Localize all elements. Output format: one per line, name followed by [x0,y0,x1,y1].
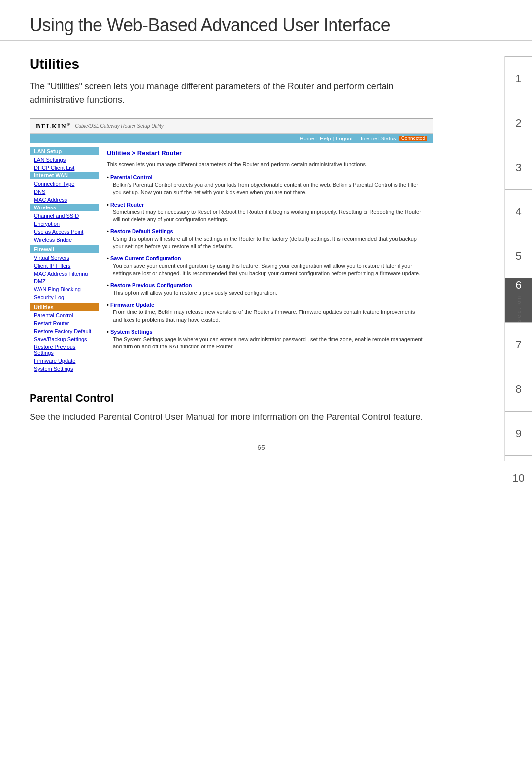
sidebar-item-access-point[interactable]: Use as Access Point [30,228,99,236]
feature-restore-defaults: Restore Default Settings Using this opti… [107,228,425,250]
sidebar-section-lan: LAN Setup [30,147,99,155]
section-num-3: 3 [505,145,532,189]
section-num-2: 2 [505,101,532,145]
sidebar-item-channel-ssid[interactable]: Channel and SSID [30,212,99,220]
sidebar-item-system-settings[interactable]: System Settings [30,365,99,373]
parental-control-text: See the included Parental Control User M… [30,411,433,424]
nav-home[interactable]: Home [300,136,314,141]
router-page-title: Utilities > Restart Router [107,149,425,157]
feature-restore-previous-desc: This option will allow you to restore a … [113,289,425,297]
internet-status-label: Internet Status: [361,136,398,141]
router-ui-screenshot: BELKIN® Cable/DSL Gateway Router Setup U… [30,118,433,377]
section-label: section [516,295,522,322]
sidebar-item-mac-address[interactable]: MAC Address [30,196,99,204]
sidebar-item-dhcp[interactable]: DHCP Client List [30,164,99,172]
feature-system-settings-desc: The System Settings page is where you ca… [113,336,425,351]
feature-save-config-title: Save Current Configuration [107,255,425,261]
sidebar-item-parental-control[interactable]: Parental Control [30,311,99,319]
sidebar-item-lan-settings[interactable]: LAN Settings [30,156,99,164]
sidebar-item-security-log[interactable]: Security Log [30,293,99,301]
internet-status-value: Connected [399,136,427,141]
feature-system-settings: System Settings The System Settings page… [107,329,425,351]
feature-restore-previous: Restore Previous Configuration This opti… [107,282,425,297]
page-title: Using the Web-Based Advanced User Interf… [30,15,502,35]
feature-save-config: Save Current Configuration You can save … [107,255,425,277]
sidebar-item-mac-filtering[interactable]: MAC Address Filtering [30,270,99,277]
section-num-4: 4 [505,189,532,234]
sidebar-item-restore-previous[interactable]: Restore Previous Settings [30,343,99,357]
router-nav-bar: Home | Help | Logout Internet Status: Co… [30,134,433,143]
sidebar-section-firewall: Firewall [30,245,99,253]
sidebar-item-encryption[interactable]: Encryption [30,220,99,228]
section-num-10: 10 [505,455,532,500]
sidebar-section-wan: Internet WAN [30,172,99,179]
router-header-bar: BELKIN® Cable/DSL Gateway Router Setup U… [30,119,433,134]
section-sidebar: 1 2 3 4 5 6 section 7 8 9 10 [504,56,532,461]
section-num-1: 1 [505,56,532,101]
sidebar-item-client-ip[interactable]: Client IP Filters [30,262,99,270]
section-num-8: 8 [505,367,532,411]
belkin-logo: BELKIN® [36,122,71,130]
feature-firmware-update-desc: From time to time, Belkin may release ne… [113,309,425,324]
nav-help[interactable]: Help [320,136,331,141]
utilities-title: Utilities [30,56,493,72]
sidebar-item-save-backup[interactable]: Save/Backup Settings [30,335,99,343]
feature-reset-router: Reset Router Sometimes it may be necessa… [107,202,425,224]
sidebar-item-virtual-servers[interactable]: Virtual Servers [30,254,99,262]
sidebar-item-connection-type[interactable]: Connection Type [30,180,99,188]
feature-restore-defaults-desc: Using this option will restore all of th… [113,235,425,250]
feature-restore-previous-title: Restore Previous Configuration [107,282,425,288]
sidebar-section-wireless: Wireless [30,204,99,211]
utilities-intro: The "Utilities" screen lets you manage d… [30,80,433,106]
router-body: LAN Setup LAN Settings DHCP Client List … [30,143,433,377]
sidebar-item-wireless-bridge[interactable]: Wireless Bridge [30,236,99,243]
feature-reset-router-desc: Sometimes it may be necessary to Reset o… [113,208,425,224]
sidebar-item-dmz[interactable]: DMZ [30,277,99,285]
sidebar-item-restart-router[interactable]: Restart Router [30,319,99,327]
section-num-6: 6 section [505,278,532,322]
page-header: Using the Web-Based Advanced User Interf… [0,0,532,41]
page-number: 65 [30,444,493,461]
sidebar-item-dns[interactable]: DNS [30,188,99,196]
feature-firmware-update: Firmware Update From time to time, Belki… [107,302,425,324]
feature-reset-router-title: Reset Router [107,202,425,207]
router-tagline: Cable/DSL Gateway Router Setup Utility [75,123,163,129]
feature-restore-defaults-title: Restore Default Settings [107,228,425,234]
section-num-5: 5 [505,234,532,278]
feature-parental-control-desc: Belkin's Parental Control protects you a… [113,181,425,197]
feature-save-config-desc: You can save your current configuration … [113,262,425,277]
feature-system-settings-title: System Settings [107,329,425,335]
parental-control-title: Parental Control [30,392,493,405]
router-main-panel: Utilities > Restart Router This screen l… [99,143,433,377]
feature-parental-control: Parental Control Belkin's Parental Contr… [107,174,425,197]
section-num-9: 9 [505,411,532,455]
feature-firmware-update-title: Firmware Update [107,302,425,308]
sidebar-item-wan-ping[interactable]: WAN Ping Blocking [30,285,99,293]
router-page-desc: This screen lets you manage different pa… [107,161,425,168]
sidebar-item-firmware-update[interactable]: Firmware Update [30,357,99,365]
section-num-7: 7 [505,322,532,367]
feature-parental-control-title: Parental Control [107,174,425,180]
router-sidebar: LAN Setup LAN Settings DHCP Client List … [30,143,99,377]
sidebar-item-restore-factory[interactable]: Restore Factory Default [30,327,99,335]
sidebar-section-utilities: Utilities [30,303,99,311]
nav-logout[interactable]: Logout [336,136,353,141]
